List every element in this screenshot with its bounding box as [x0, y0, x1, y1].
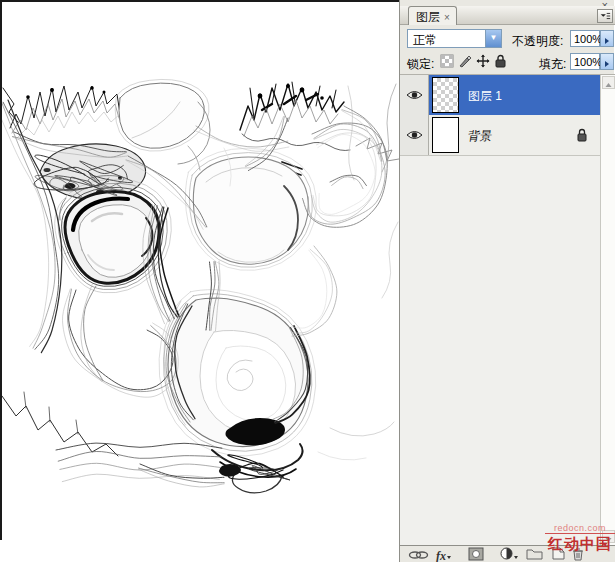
watermark: redocn.com 红动中国 — [545, 523, 615, 554]
lock-row: 锁定: 填充: 100% — [400, 51, 615, 74]
canvas-top-border — [0, 0, 399, 2]
layer-name[interactable]: 背景 — [467, 128, 493, 145]
layer-name[interactable]: 图层 1 — [468, 88, 502, 105]
opacity-value: 100% — [574, 33, 602, 45]
new-adjustment-layer-icon[interactable] — [500, 546, 518, 562]
layer-thumbnail[interactable] — [432, 117, 459, 153]
new-group-icon[interactable] — [526, 547, 543, 560]
layer-list: 图层 1 背景 — [400, 75, 615, 545]
lock-transparency-icon[interactable] — [440, 54, 454, 68]
opacity-label: 不透明度: — [512, 33, 563, 50]
photoshop-workspace: – × 图层× 正常 ▼ 不透明度: 100% 锁定: — [0, 0, 616, 562]
fill-value: 100% — [574, 56, 602, 68]
layer-style-icon[interactable]: fx — [436, 546, 451, 562]
canvas-artwork — [0, 0, 399, 562]
document-canvas[interactable] — [0, 0, 399, 562]
scroll-up-icon[interactable] — [602, 76, 615, 89]
fill-label: 填充: — [539, 56, 566, 73]
fill-input[interactable]: 100% — [570, 53, 600, 70]
layer-row-background[interactable]: 背景 — [400, 115, 600, 156]
lock-all-icon[interactable] — [493, 54, 507, 68]
visibility-cell[interactable] — [400, 75, 429, 115]
scrollbar[interactable] — [600, 75, 615, 545]
lock-position-icon[interactable] — [476, 54, 490, 68]
layer-lock-icon — [576, 128, 588, 142]
fill-arrow-button[interactable] — [600, 53, 614, 70]
layers-panel: – × 图层× 正常 ▼ 不透明度: 100% 锁定: — [399, 0, 614, 562]
watermark-divider — [545, 533, 615, 534]
canvas-left-border — [0, 0, 2, 540]
tab-close-icon[interactable]: × — [444, 12, 450, 23]
watermark-site: redocn.com — [545, 523, 615, 533]
blend-mode-row: 正常 ▼ 不透明度: 100% — [400, 26, 615, 51]
watermark-brand: 红动中国 — [545, 535, 615, 554]
add-layer-mask-icon[interactable] — [468, 547, 484, 561]
lock-label: 锁定: — [407, 56, 434, 73]
panel-menu-button[interactable] — [597, 9, 613, 23]
panel-tab-bar: 图层× — [400, 6, 615, 25]
layer-thumbnail[interactable] — [432, 77, 459, 113]
blend-mode-select[interactable]: 正常 ▼ — [407, 29, 502, 48]
opacity-arrow-button[interactable] — [600, 30, 614, 47]
chevron-down-icon[interactable]: ▼ — [485, 30, 501, 47]
eye-icon[interactable] — [406, 129, 423, 141]
tab-layers-label: 图层 — [416, 10, 440, 24]
visibility-cell[interactable] — [400, 115, 429, 155]
tab-layers[interactable]: 图层× — [408, 6, 457, 25]
opacity-input[interactable]: 100% — [570, 30, 600, 47]
eye-icon[interactable] — [406, 89, 423, 101]
layer-row-1[interactable]: 图层 1 — [400, 75, 600, 115]
blend-mode-value: 正常 — [413, 32, 437, 49]
lock-pixels-icon[interactable] — [458, 54, 472, 68]
link-layers-icon[interactable] — [408, 547, 430, 561]
